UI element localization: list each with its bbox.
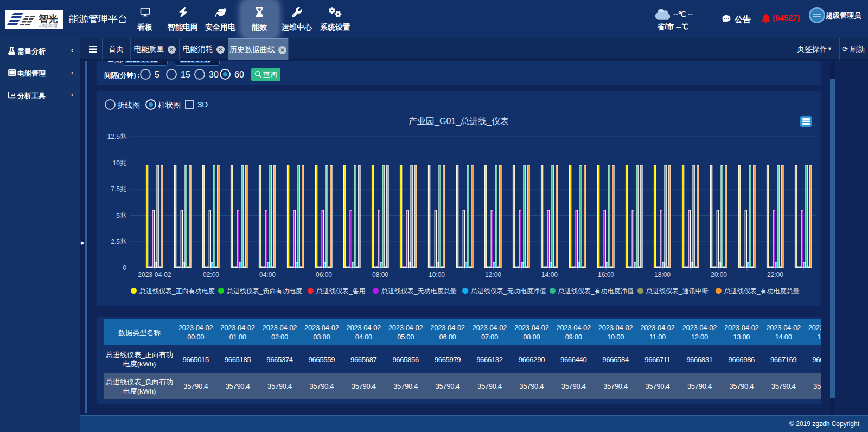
svg-text:5兆: 5兆 bbox=[116, 212, 126, 220]
svg-text:16:00: 16:00 bbox=[598, 271, 614, 279]
svg-text:12.5兆: 12.5兆 bbox=[107, 133, 126, 140]
svg-text:14:00: 14:00 bbox=[541, 271, 558, 279]
svg-text:10:00: 10:00 bbox=[429, 271, 445, 279]
svg-text:02:00: 02:00 bbox=[203, 271, 219, 279]
svg-text:10兆: 10兆 bbox=[113, 159, 126, 167]
svg-text:04:00: 04:00 bbox=[259, 271, 276, 279]
svg-text:18:00: 18:00 bbox=[654, 271, 671, 279]
svg-text:06:00: 06:00 bbox=[316, 271, 332, 279]
svg-text:12:00: 12:00 bbox=[485, 271, 501, 279]
svg-text:22:00: 22:00 bbox=[767, 271, 783, 279]
svg-text:Zhiguang: Zhiguang bbox=[39, 23, 57, 28]
svg-text:0: 0 bbox=[123, 264, 126, 272]
svg-text:2.5兆: 2.5兆 bbox=[111, 238, 126, 246]
svg-text:20:00: 20:00 bbox=[711, 271, 727, 279]
svg-text:08:00: 08:00 bbox=[372, 271, 388, 279]
svg-text:7.5兆: 7.5兆 bbox=[111, 185, 126, 193]
svg-text:2023-04-02: 2023-04-02 bbox=[138, 271, 171, 279]
